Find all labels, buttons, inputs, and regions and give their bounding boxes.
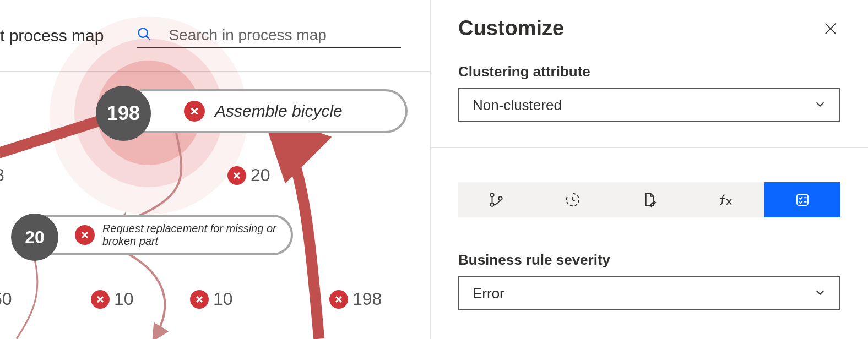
file-edit-icon xyxy=(641,192,658,208)
node-label: Assemble bicycle xyxy=(215,102,343,121)
edge-label: 8 xyxy=(0,165,4,185)
error-icon xyxy=(75,225,95,245)
error-icon xyxy=(227,166,246,185)
svg-rect-22 xyxy=(797,194,808,205)
process-map-pane: t process map xyxy=(0,0,431,339)
tab-variant[interactable] xyxy=(458,182,535,217)
field-label: Business rule severity xyxy=(458,251,840,269)
tab-duration[interactable] xyxy=(535,182,611,217)
section-divider xyxy=(431,147,868,148)
panel-title: Customize xyxy=(458,17,564,40)
customize-panel: Customize Clustering attribute Non-clust… xyxy=(431,0,868,339)
view-mode-tabs xyxy=(458,182,840,217)
edge-label: 198 xyxy=(329,289,382,309)
svg-point-17 xyxy=(491,203,494,206)
process-map-canvas[interactable]: 198 Assemble bicycle 20 Request replacem… xyxy=(0,72,430,339)
tab-rules[interactable] xyxy=(764,182,840,217)
node-label: Request replacement for missing or broke… xyxy=(102,222,291,248)
edge-label: 10 xyxy=(91,289,134,309)
select-value: Error xyxy=(473,285,504,302)
panel-header: Customize xyxy=(458,17,840,40)
clustering-attribute-field: Clustering attribute Non-clustered xyxy=(458,63,840,122)
error-icon xyxy=(184,101,205,122)
branch-icon xyxy=(488,192,504,208)
process-node[interactable]: 20 Request replacement for missing or br… xyxy=(12,215,293,255)
fx-icon xyxy=(718,192,734,208)
svg-point-18 xyxy=(499,196,502,200)
tab-formula[interactable] xyxy=(687,182,764,217)
field-label: Clustering attribute xyxy=(458,63,840,80)
checklist-icon xyxy=(794,192,811,208)
clustering-attribute-select[interactable]: Non-clustered xyxy=(458,88,840,122)
select-value: Non-clustered xyxy=(473,97,562,114)
error-icon xyxy=(190,290,209,309)
svg-point-16 xyxy=(491,193,494,196)
node-count-badge: 198 xyxy=(96,86,151,141)
edge-label: 10 xyxy=(190,289,233,309)
node-count-badge: 20 xyxy=(11,214,58,261)
error-icon xyxy=(329,290,348,309)
error-icon xyxy=(91,290,110,309)
chevron-down-icon xyxy=(814,97,826,114)
edge-label: 20 xyxy=(227,165,270,185)
process-node[interactable]: 198 Assemble bicycle xyxy=(121,89,408,133)
business-rule-severity-field: Business rule severity Error xyxy=(458,251,840,310)
close-button[interactable] xyxy=(821,19,840,39)
business-rule-severity-select[interactable]: Error xyxy=(458,276,840,310)
chevron-down-icon xyxy=(814,285,826,302)
tab-file[interactable] xyxy=(611,182,688,217)
clock-dashed-icon xyxy=(565,192,581,208)
close-icon xyxy=(823,21,838,36)
edge-label: 50 xyxy=(0,289,12,309)
